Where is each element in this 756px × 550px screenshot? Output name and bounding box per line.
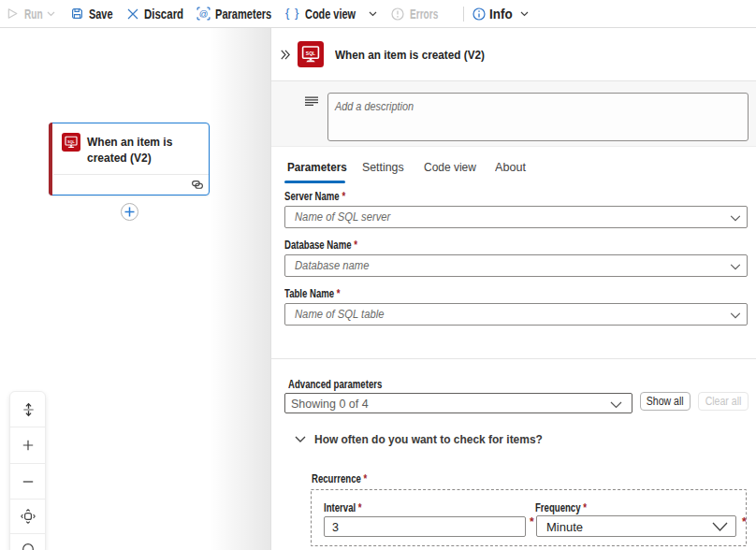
svg-text:SQL: SQL bbox=[306, 51, 315, 56]
svg-text:SQL: SQL bbox=[67, 140, 75, 144]
svg-text:@: @ bbox=[199, 8, 209, 19]
